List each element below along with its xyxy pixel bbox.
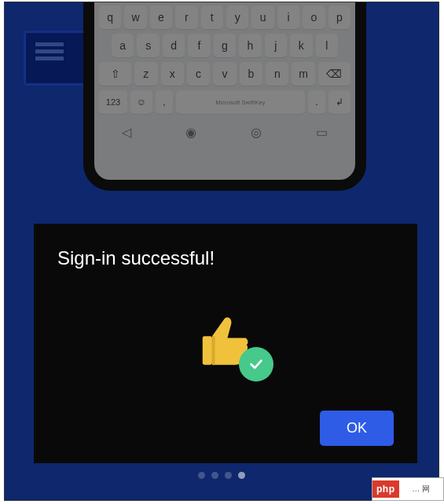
page-dot-1[interactable] <box>198 472 205 479</box>
dialog-button-row: OK <box>57 411 394 446</box>
svg-rect-0 <box>203 336 212 365</box>
dialog-graphic <box>57 269 394 411</box>
app-screen: q w e r t y u i o p a s d f g h j k l <box>4 2 439 501</box>
checkmark-badge-icon <box>239 347 273 382</box>
page-dot-2[interactable] <box>211 472 218 479</box>
watermark-brand: php <box>372 480 399 498</box>
page-dot-3[interactable] <box>225 472 232 479</box>
page-dot-4[interactable] <box>238 472 245 479</box>
watermark-suffix: … 网 <box>399 484 444 495</box>
ok-button[interactable]: OK <box>320 411 394 446</box>
signin-success-dialog: Sign-in successful! OK <box>34 224 417 463</box>
watermark-badge: php … 网 <box>372 477 444 501</box>
dialog-title: Sign-in successful! <box>57 247 394 269</box>
thumbs-up-icon <box>195 309 256 371</box>
